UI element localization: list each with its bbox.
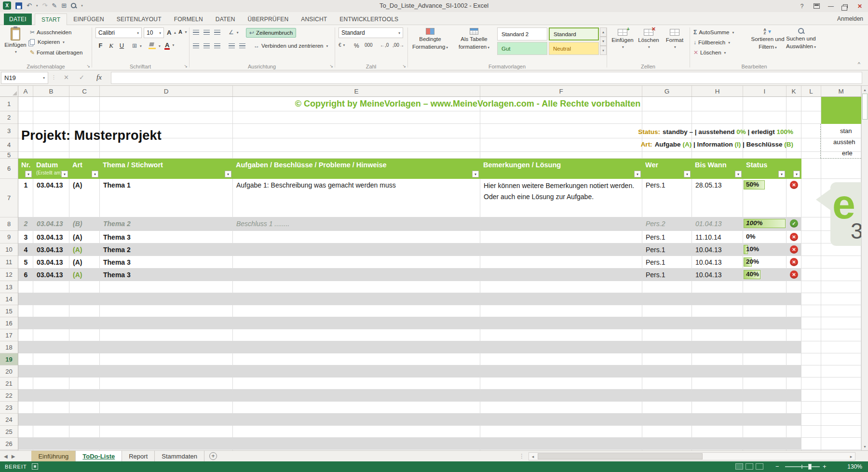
underline-button[interactable]: U (117, 40, 127, 51)
filter-button-H[interactable]: ▾ (735, 171, 742, 177)
format-painter-button[interactable]: ✎Format übertragen (30, 49, 82, 56)
gallery-down-button[interactable]: ▼ (600, 37, 607, 46)
row-header-21[interactable]: 21 (0, 378, 18, 390)
borders-button[interactable]: ⊞▾ (132, 42, 142, 49)
zoom-slider[interactable] (785, 466, 820, 467)
style-standard-2[interactable]: Standard 2 (497, 27, 547, 40)
gallery-more-button[interactable]: ▾ (600, 46, 607, 55)
zoom-out-button[interactable]: − (775, 463, 779, 470)
align-middle-button[interactable] (203, 30, 210, 35)
clear-button[interactable]: ✕Löschen▾ (693, 49, 726, 56)
sort-filter-button[interactable]: AZ▼ Sortieren und Filtern▾ (751, 28, 784, 51)
conditional-formatting-button[interactable]: Bedingte Formatierung▾ (409, 28, 451, 51)
enter-icon[interactable]: ✓ (79, 74, 84, 81)
cell-I7[interactable]: 50% (743, 179, 787, 191)
filter-button-F[interactable]: ▾ (634, 171, 641, 177)
normal-view-button[interactable] (735, 463, 743, 470)
undo-caret-icon[interactable]: ▾ (36, 4, 38, 8)
column-header-D[interactable]: D (100, 86, 233, 96)
tab-start[interactable]: START (35, 13, 67, 26)
cell-I10[interactable]: 10% (743, 243, 787, 256)
table-icon[interactable]: ⊞ (61, 2, 67, 9)
column-header-C[interactable]: C (69, 86, 100, 96)
cell-E8[interactable]: Beschluss 1 ........ (233, 217, 480, 230)
page-break-view-button[interactable] (756, 463, 763, 470)
row-header-6[interactable]: 6 (0, 159, 18, 179)
filter-button-A[interactable]: ▾ (25, 171, 32, 177)
row-header-13[interactable]: 13 (0, 281, 18, 293)
filter-button-D[interactable]: ▾ (225, 171, 231, 177)
cell-A10[interactable]: 4 (18, 243, 33, 256)
filter-button-B[interactable]: ▾ (61, 171, 68, 177)
cell-B7[interactable]: 03.04.13 (33, 179, 69, 191)
zoom-in-button[interactable]: + (823, 463, 827, 470)
tab-formeln[interactable]: FORMELN (168, 13, 209, 25)
column-header-F[interactable]: F (480, 86, 642, 96)
column-header-H[interactable]: H (692, 86, 743, 96)
sign-in-link[interactable]: Anmelden (837, 15, 863, 22)
cell-G10[interactable]: Pers.1 (642, 243, 692, 256)
cell-B8[interactable]: 03.04.13 (33, 217, 69, 230)
sheet-tab-todo-liste[interactable]: ToDo-Liste (76, 451, 122, 461)
tab-entwicklertools[interactable]: ENTWICKLERTOOLS (333, 13, 405, 25)
row-header-24[interactable]: 24 (0, 414, 18, 426)
increase-font-button[interactable]: A▲ (167, 29, 176, 36)
cell-K11[interactable]: ✕ (787, 256, 801, 269)
zoom-slider-thumb[interactable] (808, 464, 812, 470)
align-left-button[interactable] (193, 43, 199, 48)
name-box[interactable]: N19▾ (1, 72, 48, 84)
column-header-L[interactable]: L (801, 86, 821, 96)
dialog-launcher-icon[interactable]: ↘ (402, 64, 406, 68)
comma-style-button[interactable]: 000 (365, 42, 373, 48)
increase-indent-button[interactable] (239, 43, 245, 48)
macro-record-icon[interactable] (32, 463, 38, 470)
cell-C12[interactable]: (A) (69, 269, 100, 281)
formula-bar-splitter[interactable]: ⋮ (51, 74, 56, 81)
tab-ansicht[interactable]: ANSICHT (295, 13, 333, 25)
row-header-5[interactable]: 5 (0, 152, 18, 159)
percent-style-button[interactable]: % (354, 42, 359, 49)
cell-K12[interactable]: ✕ (787, 269, 801, 281)
horizontal-scroll-thumb[interactable] (538, 453, 703, 459)
font-size-select[interactable]: 10▾ (144, 27, 164, 38)
row-header-17[interactable]: 17 (0, 329, 18, 341)
copy-button[interactable]: Kopieren▾ (30, 39, 65, 45)
fill-button[interactable]: ↓Füllbereich▾ (693, 39, 730, 46)
decrease-font-button[interactable]: A▼ (178, 29, 188, 35)
cell-D10[interactable]: Thema 2 (100, 243, 233, 256)
decrease-decimal-button[interactable]: ,00→ (393, 42, 404, 48)
restore-button[interactable] (838, 0, 853, 12)
sheet-nav-right-icon[interactable]: ▶ (12, 454, 15, 459)
cell-D11[interactable]: Thema 3 (100, 256, 233, 269)
scroll-up-icon[interactable]: ▲ (862, 86, 868, 93)
cell-A11[interactable]: 5 (18, 256, 33, 269)
column-header-B[interactable]: B (33, 86, 69, 96)
sheet-nav-left-icon[interactable]: ◀ (4, 454, 8, 459)
filter-button-I[interactable]: ▾ (778, 171, 785, 177)
horizontal-scrollbar[interactable]: ◂ ▸ (529, 452, 855, 460)
row-header-26[interactable]: 26 (0, 438, 18, 450)
redo-icon[interactable]: ↷ (42, 2, 47, 9)
row-header-25[interactable]: 25 (0, 426, 18, 438)
bold-button[interactable]: F (95, 40, 106, 51)
row-header-19[interactable]: 19 (0, 353, 18, 365)
filter-button-G[interactable]: ▾ (684, 171, 691, 177)
cell-B10[interactable]: 03.04.13 (33, 243, 69, 256)
cell-G11[interactable]: Pers.1 (642, 256, 692, 269)
column-header-I[interactable]: I (743, 86, 787, 96)
cell-E7[interactable]: Aufgabe 1: Beschreibung was gemacht werd… (233, 179, 480, 191)
row-header-23[interactable]: 23 (0, 402, 18, 414)
style-gut[interactable]: Gut (497, 42, 547, 55)
cell-C11[interactable]: (A) (69, 256, 100, 269)
ribbon-display-options-button[interactable] (809, 0, 824, 12)
align-center-button[interactable] (203, 43, 210, 48)
cell-D7[interactable]: Thema 1 (100, 179, 233, 191)
cell-B9[interactable]: 03.04.13 (33, 231, 69, 243)
cell-C7[interactable]: (A) (69, 179, 100, 191)
row-header-4[interactable]: 4 (0, 138, 18, 152)
scroll-right-icon[interactable]: ▸ (847, 453, 855, 460)
accounting-format-button[interactable]: €▾ (339, 42, 345, 48)
insert-cells-button[interactable]: + Einfügen ▾ (610, 29, 635, 49)
collapse-ribbon-icon[interactable]: ^ (858, 61, 860, 67)
column-header-K[interactable]: K (787, 86, 801, 96)
